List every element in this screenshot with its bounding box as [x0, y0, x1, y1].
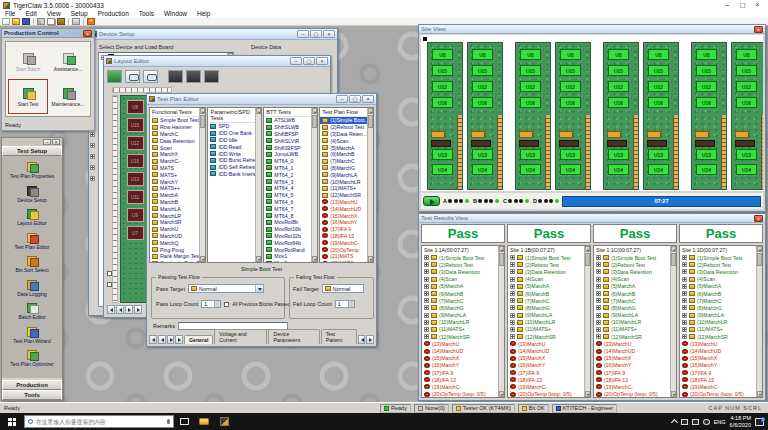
expander-icon[interactable]: [510, 334, 515, 339]
flow-item[interactable]: (5)MarchA: [320, 144, 367, 151]
dram-chip[interactable]: U16: [472, 97, 493, 108]
result-row[interactable]: (11)MATS+: [422, 326, 498, 333]
dram-chip[interactable]: U15: [736, 65, 757, 76]
dram-chip[interactable]: U13: [432, 149, 453, 160]
result-row[interactable]: (16)MarchY: [422, 362, 498, 369]
security-shield-icon[interactable]: [692, 419, 699, 425]
expander-icon[interactable]: [682, 284, 687, 289]
result-row[interactable]: (20)OpTemp (loop: 0/5): [680, 391, 756, 398]
dram-chip[interactable]: U8: [520, 49, 541, 60]
test-item[interactable]: ShiftSLWB: [264, 124, 311, 131]
dram-chip[interactable]: U13: [520, 149, 541, 160]
test-item[interactable]: IDD Idle: [208, 137, 255, 144]
sidebar-item[interactable]: Batch Editor: [2, 300, 62, 324]
sidebar-item[interactable]: Test Plan Wizard: [2, 324, 62, 348]
task-view-button[interactable]: [174, 413, 194, 430]
checkbox[interactable]: [107, 271, 112, 276]
toolbar-button-icon[interactable]: [47, 18, 55, 25]
result-row[interactable]: (14)MarchUD: [594, 347, 670, 354]
result-row[interactable]: (16)MarchY: [594, 362, 670, 369]
expander-icon[interactable]: [596, 284, 601, 289]
test-item[interactable]: JumpLWB: [264, 151, 311, 158]
nav-last-icon[interactable]: [175, 335, 183, 344]
detail-tab[interactable]: General: [184, 335, 213, 344]
dimm-thumb-button-3[interactable]: [204, 70, 219, 83]
expander-icon[interactable]: [510, 277, 515, 282]
result-row[interactable]: (18)IFA 13: [594, 376, 670, 383]
test-item[interactable]: IDD Burst Refresh: [208, 157, 255, 164]
result-row[interactable]: (3)Data Retention: [680, 268, 756, 275]
result-row[interactable]: (5)MarchA: [508, 283, 584, 290]
result-row[interactable]: (5)MarchA: [422, 283, 498, 290]
test-item[interactable]: Mov1: [264, 253, 311, 260]
dram-chip[interactable]: U15: [472, 65, 493, 76]
flow-item[interactable]: (4)Scan: [320, 137, 367, 144]
result-row[interactable]: (20)OpTemp (loop: 0/5): [594, 391, 670, 398]
close-icon[interactable]: ×: [754, 215, 763, 222]
expander-icon[interactable]: [596, 291, 601, 296]
expander-icon[interactable]: [510, 327, 515, 332]
toolbar-button-icon[interactable]: [2, 18, 10, 25]
result-row[interactable]: (7)MarchC: [422, 297, 498, 304]
result-row[interactable]: (12)MarchSR: [508, 333, 584, 340]
sidebar-item[interactable]: Data Logging: [2, 277, 62, 301]
result-row[interactable]: (1)Simple Boot Test: [508, 254, 584, 261]
maximize-icon[interactable]: ▢: [349, 95, 361, 103]
test-item[interactable]: MovRot16b: [264, 226, 311, 233]
scrollbar[interactable]: [255, 108, 261, 262]
minimize-icon[interactable]: –: [297, 30, 309, 38]
tray-expand-icon[interactable]: [671, 419, 678, 426]
language-indicator[interactable]: ENG: [714, 419, 726, 425]
result-row[interactable]: (20)OpTemp (loop: 0/5): [422, 391, 498, 398]
expander-icon[interactable]: [596, 305, 601, 310]
expander-icon[interactable]: [510, 255, 515, 260]
result-row[interactable]: (17)IFA 9: [680, 369, 756, 376]
dimm-card[interactable]: U8U15U12U16 U13U14: [467, 42, 503, 190]
flow-item[interactable]: (12)MarchSR: [320, 192, 367, 199]
dram-chip[interactable]: U14: [736, 164, 757, 175]
dram-chip[interactable]: U16: [608, 97, 629, 108]
sidebar-item[interactable]: Test Plan Optimizer: [2, 347, 62, 371]
checkbox[interactable]: [107, 282, 112, 287]
toolbar-button-icon[interactable]: [87, 18, 95, 25]
result-row[interactable]: (10)MarchLR: [508, 319, 584, 326]
test-item[interactable]: MarchA: [150, 192, 199, 199]
taskbar-search[interactable]: [24, 415, 174, 428]
minimize-icon[interactable]: –: [290, 57, 302, 65]
test-item[interactable]: MT64_2: [264, 171, 311, 178]
result-row[interactable]: (15)MarchX: [422, 355, 498, 362]
result-row[interactable]: (8)MarchG: [508, 304, 584, 311]
expander-icon[interactable]: [596, 255, 601, 260]
result-row[interactable]: (19)MarchC-: [508, 383, 584, 390]
result-row[interactable]: (4)Scan: [422, 276, 498, 283]
menu-item[interactable]: View: [42, 10, 66, 18]
dram-chip[interactable]: U15: [560, 65, 581, 76]
sidebar-item[interactable]: Test Plan Properties: [2, 159, 62, 183]
close-icon[interactable]: ×: [754, 26, 763, 33]
fail-target-combobox[interactable]: Normal: [322, 284, 364, 293]
toolbar-button-icon[interactable]: [68, 18, 69, 25]
expander-icon[interactable]: [510, 291, 515, 296]
dram-chip[interactable]: U15: [648, 65, 669, 76]
expander-icon[interactable]: [682, 291, 687, 296]
site-view-titlebar[interactable]: Site View ×: [419, 25, 765, 34]
result-row[interactable]: (14)MarchUD: [680, 347, 756, 354]
dram-chip[interactable]: U12: [472, 81, 493, 92]
result-row[interactable]: (14)MarchUD: [508, 347, 584, 354]
maximize-icon[interactable]: ▢: [303, 57, 315, 65]
detail-tab[interactable]: Test Pattern: [321, 329, 357, 344]
flow-item[interactable]: (7)MarchC: [320, 158, 367, 165]
sidebar-item[interactable]: Layout Editor: [2, 206, 62, 230]
panel-footer-tab[interactable]: Production: [2, 380, 62, 390]
flow-item[interactable]: (22)MATS++: [320, 260, 367, 262]
expander-icon[interactable]: [682, 320, 687, 325]
result-row[interactable]: (8)MarchG: [594, 304, 670, 311]
dram-chip[interactable]: U8: [736, 49, 757, 60]
test-plan-editor-titlebar[interactable]: Test Plan Editor – ▢ ×: [147, 94, 376, 105]
test-item[interactable]: MarchLA: [150, 205, 199, 212]
start-button[interactable]: [0, 413, 24, 430]
tab-scroll-left-icon[interactable]: [358, 335, 366, 344]
layout-editor-titlebar[interactable]: Layout Editor – ▢ ×: [104, 56, 330, 67]
nav-first-icon[interactable]: [107, 305, 115, 314]
dram-chip[interactable]: U14: [696, 164, 717, 175]
